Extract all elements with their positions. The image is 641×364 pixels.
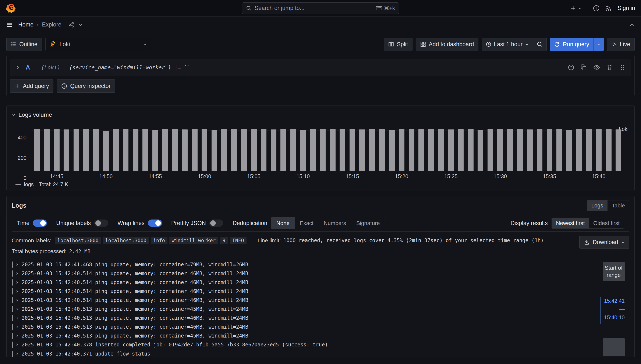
chart-plot-area[interactable] — [32, 127, 623, 171]
collapse-query-icon[interactable] — [16, 65, 20, 70]
add-to-dashboard-button[interactable]: Add to dashboard — [416, 38, 478, 51]
log-row[interactable]: 2025-01-03 15:42:40.514 ping update, mem… — [12, 278, 629, 287]
expand-log-icon[interactable] — [15, 298, 19, 302]
log-row[interactable]: 2025-01-03 15:42:40.514 ping update, mem… — [12, 269, 629, 278]
trash-icon[interactable] — [606, 64, 613, 70]
expand-log-icon[interactable] — [15, 272, 19, 276]
dedup-option-none[interactable]: None — [271, 218, 295, 229]
news-rss-icon[interactable] — [605, 5, 612, 12]
toggle-switch[interactable] — [33, 220, 47, 227]
chevron-up-icon[interactable] — [629, 22, 635, 28]
query-expression[interactable]: {service_name="windmill-worker"} |= `` — [69, 64, 190, 70]
toggle-switch[interactable] — [148, 220, 162, 227]
grafana-logo-icon[interactable] — [6, 4, 16, 13]
new-menu-button[interactable] — [570, 5, 582, 11]
time-range-button[interactable]: Last 1 hour — [482, 38, 533, 51]
dedup-option-numbers[interactable]: Numbers — [319, 218, 351, 229]
log-row[interactable]: 2025-01-03 15:42:40.513 ping update, mem… — [12, 314, 629, 322]
breadcrumb-bar: Home › Explore — [0, 16, 641, 33]
toggle-switch[interactable] — [209, 220, 223, 227]
expand-log-icon[interactable] — [15, 334, 19, 338]
download-label: Download — [593, 239, 618, 246]
log-row[interactable]: 2025-01-03 15:42:40.371 update flow stat… — [12, 349, 629, 358]
sign-in-button[interactable]: Sign in — [617, 5, 635, 12]
breadcrumb-home-link[interactable]: Home — [18, 22, 34, 28]
chevron-down-icon — [621, 240, 625, 244]
log-row[interactable]: 2025-01-03 15:42:40.514 ping update, mem… — [12, 296, 629, 305]
common-label-badge: INFO — [230, 237, 247, 244]
share-icon[interactable] — [68, 22, 74, 28]
logs-volume-title: Logs volume — [19, 112, 52, 118]
end-of-range-indicator[interactable] — [603, 338, 625, 356]
dedup-option-signature[interactable]: Signature — [351, 218, 385, 229]
log-level-bar — [12, 297, 13, 304]
logs-volume-bar — [487, 129, 493, 171]
legend-series-name[interactable]: logs — [24, 181, 34, 188]
chevron-down-icon — [143, 42, 147, 46]
log-line-text: 2025-01-03 15:42:40.378 inserted complet… — [22, 342, 328, 348]
dedup-option-exact[interactable]: Exact — [295, 218, 319, 229]
download-button[interactable]: Download — [579, 236, 629, 248]
display-option-oldest-first[interactable]: Oldest first — [589, 218, 624, 228]
expand-log-icon[interactable] — [15, 290, 19, 293]
run-query-dropdown-button[interactable] — [593, 38, 604, 51]
datasource-picker[interactable]: Loki — [45, 38, 151, 51]
copy-query-icon[interactable] — [580, 64, 587, 70]
zoom-out-time-button[interactable] — [533, 38, 546, 51]
range-from-time[interactable]: 15:42:41 — [604, 298, 625, 304]
chevron-down-icon — [12, 113, 16, 117]
start-of-range-indicator[interactable]: Start of range — [603, 262, 625, 281]
log-row[interactable]: 2025-01-03 15:42:40.378 inserted complet… — [12, 340, 629, 349]
eye-icon[interactable] — [593, 64, 600, 71]
expand-log-icon[interactable] — [15, 352, 19, 356]
menu-hamburger-icon[interactable] — [6, 22, 13, 28]
chevron-down-icon[interactable] — [79, 23, 83, 27]
chevron-down-icon — [578, 6, 582, 10]
toggle-knob — [40, 220, 46, 226]
query-ref-id[interactable]: A — [26, 64, 30, 71]
live-button[interactable]: Live — [607, 38, 635, 51]
query-row[interactable]: A (Loki) {service_name="windmill-worker"… — [10, 59, 631, 76]
expand-log-icon[interactable] — [15, 343, 19, 347]
logs-volume-bar — [290, 128, 296, 171]
log-level-bar — [12, 279, 13, 286]
run-query-button[interactable]: Run query — [550, 38, 593, 51]
drag-handle-icon[interactable] — [619, 64, 625, 70]
clock-icon — [486, 42, 491, 47]
log-row[interactable]: 2025-01-03 15:42:40.514 ping update, mem… — [12, 287, 629, 296]
logs-volume-bar — [497, 129, 503, 171]
help-icon[interactable]: ? — [593, 5, 600, 12]
logs-volume-bar — [241, 129, 247, 171]
logs-volume-bar — [231, 129, 237, 171]
toggle-switch[interactable] — [94, 220, 108, 227]
log-row[interactable]: 2025-01-03 15:42:41.468 ping update, mem… — [12, 260, 629, 269]
logs-volume-bar — [172, 129, 178, 171]
x-tick-label: 15:40 — [592, 173, 605, 180]
outline-button[interactable]: Outline — [6, 38, 42, 51]
toggle-label: Wrap lines — [118, 220, 145, 226]
toggle-label: Prettify JSON — [171, 220, 206, 226]
expand-log-icon[interactable] — [15, 263, 19, 266]
toggle-unique-labels: Unique labels — [56, 220, 108, 227]
logs-volume-bar — [606, 129, 611, 171]
view-option-logs[interactable]: Logs — [587, 200, 607, 210]
display-option-newest-first[interactable]: Newest first — [552, 218, 589, 228]
log-row[interactable]: 2025-01-03 15:42:40.513 ping update, mem… — [12, 305, 629, 314]
query-inspector-button[interactable]: Query inspector — [57, 80, 115, 92]
log-row[interactable]: 2025-01-03 15:42:40.513 ping update, mem… — [12, 331, 629, 340]
range-to-time[interactable]: 15:40:10 — [604, 314, 625, 320]
expand-log-icon[interactable] — [15, 325, 19, 329]
split-button[interactable]: Split — [384, 38, 412, 51]
expand-log-icon[interactable] — [15, 307, 19, 311]
search-input[interactable]: Search or jump to... ⌘+k — [242, 2, 399, 14]
toggle-label: Unique labels — [56, 220, 91, 226]
sync-icon — [554, 42, 560, 47]
expand-log-icon[interactable] — [15, 316, 19, 320]
view-option-table[interactable]: Table — [607, 200, 629, 210]
add-query-button[interactable]: Add query — [10, 80, 54, 92]
logs-volume-bar — [517, 129, 523, 171]
query-help-icon[interactable]: ? — [568, 64, 574, 70]
logs-volume-header[interactable]: Logs volume — [12, 110, 629, 120]
log-row[interactable]: 2025-01-03 15:42:40.513 ping update, mem… — [12, 322, 629, 331]
expand-log-icon[interactable] — [15, 280, 19, 284]
